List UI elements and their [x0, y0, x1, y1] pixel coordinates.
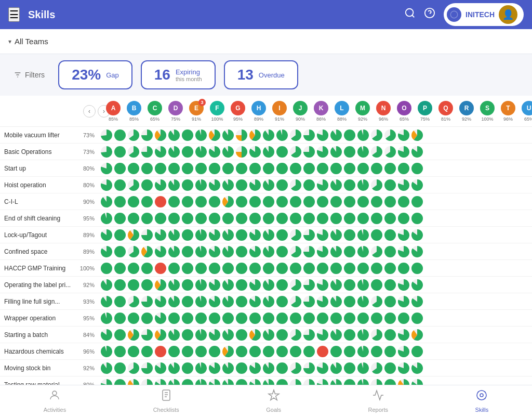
pie-chart[interactable]: [330, 129, 342, 141]
pie-chart[interactable]: [330, 163, 342, 174]
pie-chart[interactable]: [290, 279, 301, 291]
pie-chart[interactable]: [209, 146, 220, 158]
expiring-card[interactable]: 16 Expiring this month: [141, 60, 216, 89]
pie-chart[interactable]: [141, 179, 153, 191]
pie-chart[interactable]: [303, 329, 315, 341]
pie-chart[interactable]: [195, 263, 207, 274]
pie-chart[interactable]: [276, 279, 288, 291]
pie-chart[interactable]: [155, 362, 166, 374]
pie-chart[interactable]: [276, 196, 288, 207]
pie-chart[interactable]: [263, 213, 274, 224]
pie-chart[interactable]: [128, 163, 139, 174]
pie-chart[interactable]: [114, 296, 126, 307]
pie-chart[interactable]: [209, 163, 220, 174]
pie-chart[interactable]: [398, 129, 409, 141]
pie-chart[interactable]: [195, 329, 207, 341]
nav-item-goals[interactable]: Goals: [256, 386, 291, 416]
pie-chart[interactable]: [101, 163, 112, 174]
pie-chart[interactable]: [249, 296, 261, 307]
nav-item-reports[interactable]: Reports: [358, 386, 399, 416]
pie-chart[interactable]: [249, 146, 261, 158]
pie-chart[interactable]: [182, 229, 193, 241]
pie-chart[interactable]: [155, 279, 166, 291]
pie-chart[interactable]: [195, 196, 207, 207]
pie-chart[interactable]: [141, 329, 153, 341]
pie-chart[interactable]: [249, 329, 261, 341]
pie-chart[interactable]: [317, 146, 328, 158]
avatar-col[interactable]: Q81%: [437, 101, 454, 122]
pie-chart[interactable]: [182, 179, 193, 191]
pie-chart[interactable]: [276, 329, 288, 341]
pie-chart[interactable]: [249, 179, 261, 191]
pie-chart[interactable]: [222, 229, 234, 241]
pie-chart[interactable]: [222, 213, 234, 224]
pie-chart[interactable]: [182, 329, 193, 341]
pie-chart[interactable]: [357, 246, 369, 257]
help-icon[interactable]: [424, 7, 435, 22]
pie-chart[interactable]: [371, 179, 382, 191]
pie-chart[interactable]: [290, 129, 301, 141]
pie-chart[interactable]: [303, 263, 315, 274]
pie-chart[interactable]: [236, 346, 247, 357]
pie-chart[interactable]: [317, 179, 328, 191]
pie-chart[interactable]: [263, 296, 274, 307]
pie-chart[interactable]: [303, 213, 315, 224]
pie-chart[interactable]: [155, 146, 166, 158]
pie-chart[interactable]: [155, 196, 166, 207]
pie-chart[interactable]: [236, 362, 247, 374]
pie-chart[interactable]: [168, 146, 180, 158]
pie-chart[interactable]: [290, 163, 301, 174]
nav-item-activities[interactable]: Activities: [33, 386, 76, 416]
pie-chart[interactable]: [357, 329, 369, 341]
pie-chart[interactable]: [249, 163, 261, 174]
pie-chart[interactable]: [249, 229, 261, 241]
pie-chart[interactable]: [236, 313, 247, 324]
pie-chart[interactable]: [236, 129, 247, 141]
pie-chart[interactable]: [344, 296, 355, 307]
pie-chart[interactable]: [141, 362, 153, 374]
pie-chart[interactable]: [317, 213, 328, 224]
pie-chart[interactable]: [303, 246, 315, 257]
pie-chart[interactable]: [357, 213, 369, 224]
pie-chart[interactable]: [371, 196, 382, 207]
pie-chart[interactable]: [195, 279, 207, 291]
pie-chart[interactable]: [411, 146, 423, 158]
pie-chart[interactable]: [276, 296, 288, 307]
pie-chart[interactable]: [182, 163, 193, 174]
pie-chart[interactable]: [155, 263, 166, 274]
pie-chart[interactable]: [195, 129, 207, 141]
pie-chart[interactable]: [101, 129, 112, 141]
pie-chart[interactable]: [398, 313, 409, 324]
pie-chart[interactable]: [303, 129, 315, 141]
pie-chart[interactable]: [141, 129, 153, 141]
pie-chart[interactable]: [222, 329, 234, 341]
avatar-col[interactable]: R92%: [458, 101, 475, 122]
pie-chart[interactable]: [101, 296, 112, 307]
pie-chart[interactable]: [276, 346, 288, 357]
pie-chart[interactable]: [371, 246, 382, 257]
pie-chart[interactable]: [182, 346, 193, 357]
pie-chart[interactable]: [236, 246, 247, 257]
pie-chart[interactable]: [384, 246, 396, 257]
pie-chart[interactable]: [276, 213, 288, 224]
pie-chart[interactable]: [155, 179, 166, 191]
pie-chart[interactable]: [128, 362, 139, 374]
pie-chart[interactable]: [236, 229, 247, 241]
avatar-col[interactable]: E391%: [188, 101, 205, 122]
overdue-card[interactable]: 13 Overdue: [224, 60, 298, 89]
pie-chart[interactable]: [330, 362, 342, 374]
pie-chart[interactable]: [303, 196, 315, 207]
pie-chart[interactable]: [182, 213, 193, 224]
pie-chart[interactable]: [371, 346, 382, 357]
team-selector[interactable]: ▾ All Teams: [8, 37, 48, 46]
pie-chart[interactable]: [195, 213, 207, 224]
pie-chart[interactable]: [411, 329, 423, 341]
pie-chart[interactable]: [384, 146, 396, 158]
pie-chart[interactable]: [344, 229, 355, 241]
pie-chart[interactable]: [209, 196, 220, 207]
pie-chart[interactable]: [371, 279, 382, 291]
pie-chart[interactable]: [168, 346, 180, 357]
pie-chart[interactable]: [182, 279, 193, 291]
avatar-col[interactable]: O65%: [396, 101, 413, 122]
pie-chart[interactable]: [276, 263, 288, 274]
